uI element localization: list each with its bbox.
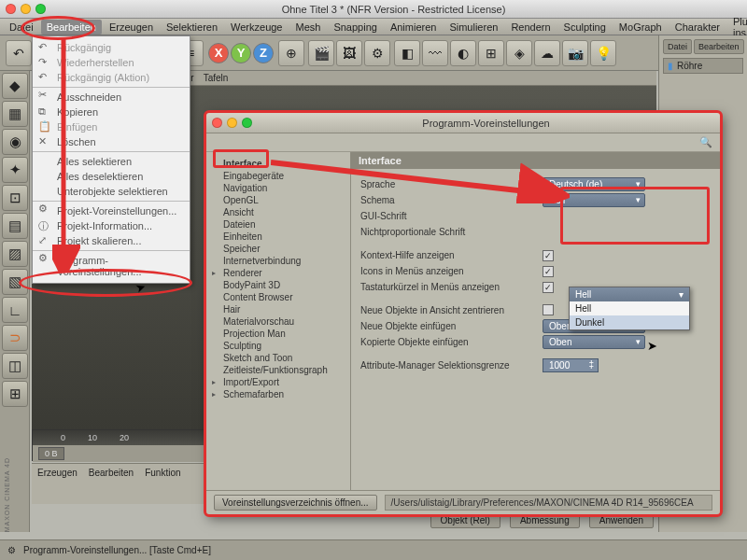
vp-tafeln[interactable]: Tafeln: [204, 73, 229, 83]
menu-bearbeiten[interactable]: Bearbeiten: [41, 20, 102, 35]
insert-copy-select[interactable]: Oben: [543, 335, 645, 349]
axis-mode-icon[interactable]: ✦: [2, 157, 28, 183]
tree-import-export[interactable]: ▸Import/Export: [210, 376, 346, 388]
prefs-close-icon[interactable]: [212, 118, 222, 128]
menu-selektieren[interactable]: Selektieren: [161, 20, 223, 35]
sprache-select[interactable]: Deutsch (de): [543, 177, 645, 191]
close-icon[interactable]: [6, 4, 16, 14]
menu-mesh[interactable]: Mesh: [289, 20, 326, 35]
object-name[interactable]: Röhre: [677, 61, 702, 71]
tree-dateien[interactable]: Dateien: [210, 218, 346, 231]
add-cube-button[interactable]: ◧: [394, 40, 420, 66]
add-deformer-button[interactable]: ◈: [506, 40, 532, 66]
menu-rendern[interactable]: Rendern: [505, 20, 556, 35]
tree-internetverbindung[interactable]: Internetverbindung: [210, 255, 346, 267]
menu-werkzeuge[interactable]: Werkzeuge: [225, 20, 288, 35]
schema-option-hell[interactable]: Hell: [570, 301, 689, 315]
y-axis-icon[interactable]: Y: [231, 43, 251, 63]
menu-animieren[interactable]: Animieren: [385, 20, 443, 35]
tree-speicher[interactable]: Speicher: [210, 243, 346, 255]
prefs-tree[interactable]: InterfaceEingabegeräteNavigationOpenGLAn…: [206, 152, 351, 490]
minimize-icon[interactable]: [21, 4, 31, 14]
bt-bearbeiten[interactable]: Bearbeiten: [89, 468, 134, 500]
shortcut-checkbox[interactable]: ✓: [543, 282, 554, 293]
object-mode-icon[interactable]: ◉: [2, 129, 28, 155]
main-menubar[interactable]: Datei Bearbeiten Erzeugen Selektieren We…: [0, 19, 747, 35]
add-camera-button[interactable]: 📷: [562, 40, 588, 66]
menu-charakter[interactable]: Charakter: [669, 20, 726, 35]
render-settings-button[interactable]: ⚙: [364, 40, 390, 66]
tree-renderer[interactable]: ▸Renderer: [210, 267, 346, 279]
tree-content-browser[interactable]: Content Browser: [210, 291, 346, 303]
zoom-icon[interactable]: [35, 4, 46, 14]
center-checkbox[interactable]: [543, 304, 554, 315]
tree-schemafarben[interactable]: ▸Schemafarben: [210, 388, 346, 400]
snap-icon[interactable]: ⊃: [2, 325, 28, 351]
render-view-button[interactable]: 🎬: [308, 40, 334, 66]
menu-sculpting[interactable]: Sculpting: [558, 20, 612, 35]
tree-sculpting[interactable]: Sculpting: [210, 340, 346, 352]
menuitem-l-schen[interactable]: ✕Löschen: [33, 134, 190, 149]
add-light-button[interactable]: 💡: [590, 40, 616, 66]
search-icon[interactable]: 🔍: [699, 136, 712, 148]
window-controls[interactable]: [6, 4, 46, 14]
add-nurbs-button[interactable]: ◐: [450, 40, 476, 66]
menuitem-alles-deselektieren[interactable]: Alles deselektieren: [33, 169, 190, 184]
point-mode-icon[interactable]: ⊡: [2, 185, 28, 211]
menu-snapping[interactable]: Snapping: [328, 20, 383, 35]
menuitem-r-ckg-ngig-aktion-[interactable]: ↶Rückgängig (Aktion): [33, 70, 190, 85]
prefs-minimize-icon[interactable]: [227, 118, 237, 128]
workplane-icon[interactable]: ∟: [2, 297, 28, 323]
coord-system-button[interactable]: ⊕: [278, 40, 304, 66]
polygon-mode-icon[interactable]: ▨: [2, 241, 28, 267]
schema-option-dunkel[interactable]: Dunkel: [570, 315, 689, 329]
tree-ansicht[interactable]: Ansicht: [210, 206, 346, 218]
menuitem-alles-selektieren[interactable]: Alles selektieren: [33, 151, 190, 169]
tree-hair[interactable]: Hair: [210, 303, 346, 315]
menu-erzeugen[interactable]: Erzeugen: [104, 20, 159, 35]
prefs-zoom-icon[interactable]: [242, 118, 252, 128]
tree-interface[interactable]: Interface: [210, 158, 346, 170]
tree-sketch-and-toon[interactable]: Sketch and Toon: [210, 352, 346, 364]
menuitem-projekt-information-[interactable]: ⓘProjekt-Information...: [33, 218, 190, 233]
texture-mode-icon[interactable]: ▧: [2, 269, 28, 295]
icons-checkbox[interactable]: ✓: [543, 266, 554, 277]
menuitem-kopieren[interactable]: ⧉Kopieren: [33, 105, 190, 119]
prefs-window-controls[interactable]: [212, 118, 252, 128]
om-tab-datei[interactable]: Datei: [663, 39, 692, 54]
object-row-tube[interactable]: ▮ Röhre: [663, 58, 743, 74]
tree-zeitleiste-funktionsgraph[interactable]: Zeitleiste/Funktionsgraph: [210, 364, 346, 376]
uv-point-icon[interactable]: ◫: [2, 353, 28, 379]
bt-erzeugen[interactable]: Erzeugen: [37, 468, 78, 500]
timeline-start[interactable]: 0 B: [38, 447, 64, 460]
kontext-checkbox[interactable]: ✓: [543, 250, 554, 261]
menuitem-programm-voreinstellungen-[interactable]: ⚙Programm-Voreinstellungen...: [33, 250, 190, 279]
tree-materialvorschau[interactable]: Materialvorschau: [210, 315, 346, 328]
schema-current[interactable]: Hell: [570, 287, 689, 301]
tree-einheiten[interactable]: Einheiten: [210, 231, 346, 243]
attr-limit-field[interactable]: 1000: [543, 358, 599, 372]
edge-mode-icon[interactable]: ▤: [2, 213, 28, 239]
open-prefs-dir-button[interactable]: Voreinstellungsverzeichnis öffnen...: [214, 495, 377, 511]
add-environment-button[interactable]: ☁: [534, 40, 560, 66]
menuitem-unterobjekte-selektieren[interactable]: Unterobjekte selektieren: [33, 184, 190, 199]
menu-mograph[interactable]: MoGraph: [613, 20, 668, 35]
model-mode-icon[interactable]: ▦: [2, 101, 28, 127]
preferences-dialog[interactable]: Programm-Voreinstellungen 🔍 InterfaceEin…: [205, 112, 721, 515]
bearbeiten-menu[interactable]: ↶Rückgängig↷Wiederherstellen↶Rückgängig …: [32, 35, 190, 284]
menuitem-projekt-voreinstellungen-[interactable]: ⚙Projekt-Voreinstellungen...: [33, 201, 190, 218]
tree-projection-man[interactable]: Projection Man: [210, 328, 346, 340]
add-array-button[interactable]: ⊞: [478, 40, 504, 66]
menuitem-r-ckg-ngig[interactable]: ↶Rückgängig: [33, 40, 190, 55]
tree-eingabeger-te[interactable]: Eingabegeräte: [210, 170, 346, 182]
axis-lock[interactable]: X Y Z: [207, 43, 275, 63]
menu-datei[interactable]: Datei: [4, 20, 39, 35]
make-editable-icon[interactable]: ◆: [2, 73, 28, 99]
menuitem-wiederherstellen[interactable]: ↷Wiederherstellen: [33, 55, 190, 70]
tree-bodypaint-d[interactable]: BodyPaint 3D: [210, 279, 346, 291]
x-axis-icon[interactable]: X: [208, 43, 229, 63]
menuitem-projekt-skalieren-[interactable]: ⤢Projekt skalieren...: [33, 233, 190, 248]
tree-opengl[interactable]: OpenGL: [210, 194, 346, 206]
render-picture-button[interactable]: 🖼: [336, 40, 362, 66]
tree-navigation[interactable]: Navigation: [210, 182, 346, 194]
